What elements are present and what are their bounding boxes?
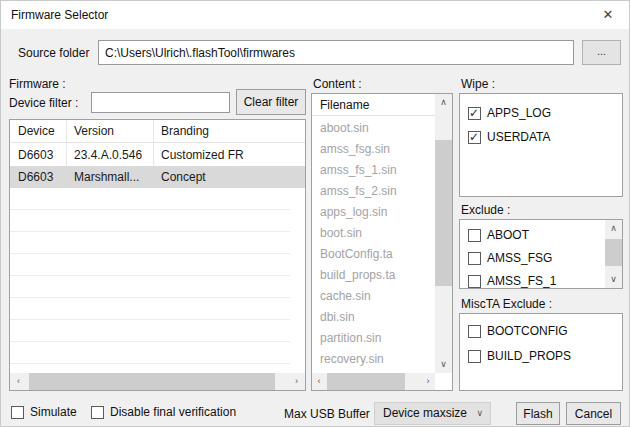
checkbox-label: USERDATA — [487, 130, 551, 144]
list-item[interactable]: amss_fs_2.sin — [312, 181, 436, 202]
checkbox[interactable] — [468, 350, 481, 363]
scroll-left-icon[interactable]: ‹ — [312, 373, 326, 390]
scroll-right-icon[interactable]: › — [421, 373, 435, 390]
wipe-section-label: Wipe : — [461, 77, 495, 91]
list-item[interactable]: partition.sin — [312, 328, 436, 349]
chevron-down-icon: ∨ — [476, 403, 483, 424]
list-item[interactable]: recovery.sin — [312, 349, 436, 370]
scroll-up-icon[interactable]: ∧ — [435, 94, 452, 111]
scroll-up-icon[interactable]: ∧ — [605, 220, 622, 237]
source-folder-label: Source folder — [18, 46, 89, 60]
miscta-option[interactable]: BUILD_PROPS — [468, 347, 571, 365]
checkbox[interactable] — [468, 229, 481, 242]
firmware-selector-dialog: Firmware Selector ✕ Source folder ... Fi… — [0, 0, 630, 427]
hscroll-thumb[interactable] — [29, 373, 275, 390]
checkbox-label: BOOTCONFIG — [487, 324, 568, 338]
source-folder-input[interactable] — [98, 40, 574, 65]
checkbox[interactable] — [468, 131, 481, 144]
device-filter-label: Device filter : — [9, 96, 78, 110]
cell-device: D6603 — [10, 144, 66, 166]
checkbox-label: ABOOT — [487, 228, 529, 242]
firmware-table: Device Version Branding D6603 23.4.A.0.5… — [9, 119, 306, 391]
cell-device: D6603 — [10, 166, 66, 188]
checkbox[interactable] — [11, 406, 24, 419]
list-item[interactable]: amss_fs_1.sin — [312, 160, 436, 181]
browse-button[interactable]: ... — [582, 40, 621, 65]
exclude-option[interactable]: ABOOT — [468, 226, 529, 244]
table-row[interactable]: D6603 23.4.A.0.546 Customized FR — [10, 144, 305, 166]
miscta-option[interactable]: BOOTCONFIG — [468, 322, 568, 340]
list-item[interactable]: dbi.sin — [312, 307, 436, 328]
checkbox-label: AMSS_FS_1 — [487, 274, 556, 288]
column-header-branding[interactable]: Branding — [153, 120, 303, 142]
checkbox[interactable] — [468, 252, 481, 265]
checkbox-label: BUILD_PROPS — [487, 349, 571, 363]
list-item[interactable]: amss_fsg.sin — [312, 139, 436, 160]
max-usb-buffer-dropdown[interactable]: Device maxsize ∨ — [374, 402, 491, 425]
table-row-selected[interactable]: D6603 Marshmall... Concept — [10, 166, 305, 188]
cell-branding: Customized FR — [153, 144, 303, 166]
disable-final-verification-checkbox[interactable]: Disable final verification — [91, 405, 236, 419]
simulate-checkbox[interactable]: Simulate — [11, 405, 77, 419]
vscroll-thumb[interactable] — [605, 239, 622, 266]
content-hscrollbar[interactable]: ‹ › — [312, 373, 435, 390]
content-list: Filename aboot.sin amss_fsg.sin amss_fs_… — [311, 93, 453, 391]
exclude-option[interactable]: AMSS_FS_1 — [468, 272, 556, 289]
content-section-label: Content : — [313, 77, 362, 91]
checkbox[interactable] — [468, 325, 481, 338]
wipe-box: APPS_LOG USERDATA — [459, 93, 623, 197]
checkbox[interactable] — [468, 107, 481, 120]
checkbox-label: Disable final verification — [110, 405, 236, 419]
scroll-down-icon[interactable]: ∨ — [435, 356, 452, 373]
scroll-left-icon[interactable]: ‹ — [10, 373, 27, 390]
max-usb-buffer-label: Max USB Buffer : — [284, 407, 376, 421]
checkbox[interactable] — [91, 406, 104, 419]
window-title: Firmware Selector — [11, 8, 108, 22]
hscroll-thumb[interactable] — [327, 373, 405, 390]
firmware-section-label: Firmware : — [9, 77, 66, 91]
checkbox-label: AMSS_FSG — [487, 251, 552, 265]
list-item[interactable]: build_props.ta — [312, 265, 436, 286]
checkbox[interactable] — [468, 275, 481, 288]
empty-rows-grid — [10, 188, 290, 373]
file-list: aboot.sin amss_fsg.sin amss_fs_1.sin ams… — [312, 118, 436, 370]
exclude-vscrollbar[interactable]: ∧ ∨ — [605, 220, 622, 288]
cell-branding: Concept — [153, 166, 303, 188]
column-header-version[interactable]: Version — [66, 120, 153, 142]
list-item[interactable]: cache.sin — [312, 286, 436, 307]
cell-version: Marshmall... — [66, 166, 153, 188]
title-bar: Firmware Selector ✕ — [1, 1, 629, 29]
cell-version: 23.4.A.0.546 — [66, 144, 153, 166]
checkbox-label: Simulate — [30, 405, 77, 419]
list-item[interactable]: boot.sin — [312, 223, 436, 244]
dropdown-value: Device maxsize — [383, 406, 467, 420]
scroll-down-icon[interactable]: ∨ — [605, 271, 622, 288]
firmware-table-header: Device Version Branding — [10, 120, 305, 143]
cancel-button[interactable]: Cancel — [566, 402, 621, 425]
content-vscrollbar[interactable]: ∧ ∨ — [435, 94, 452, 373]
flash-button[interactable]: Flash — [516, 402, 560, 425]
list-item[interactable]: apps_log.sin — [312, 202, 436, 223]
clear-filter-button[interactable]: Clear filter — [236, 89, 306, 115]
vscroll-thumb[interactable] — [435, 140, 452, 286]
exclude-box: ABOOT AMSS_FSG AMSS_FS_1 ∧ ∨ — [459, 219, 623, 289]
miscta-exclude-section-label: MiscTA Exclude : — [461, 297, 552, 311]
wipe-option[interactable]: APPS_LOG — [468, 104, 551, 122]
scroll-right-icon[interactable]: › — [288, 373, 305, 390]
firmware-table-hscrollbar[interactable]: ‹ › — [10, 373, 305, 390]
exclude-option[interactable]: AMSS_FSG — [468, 249, 552, 267]
miscta-exclude-box: BOOTCONFIG BUILD_PROPS — [459, 313, 623, 391]
column-header-device[interactable]: Device — [10, 120, 66, 142]
exclude-section-label: Exclude : — [461, 203, 510, 217]
checkbox-label: APPS_LOG — [487, 106, 551, 120]
list-item[interactable]: aboot.sin — [312, 118, 436, 139]
filename-column-header[interactable]: Filename — [312, 94, 436, 116]
list-item[interactable]: BootConfig.ta — [312, 244, 436, 265]
wipe-option[interactable]: USERDATA — [468, 128, 551, 146]
close-icon[interactable]: ✕ — [587, 1, 629, 29]
device-filter-input[interactable] — [91, 92, 230, 113]
